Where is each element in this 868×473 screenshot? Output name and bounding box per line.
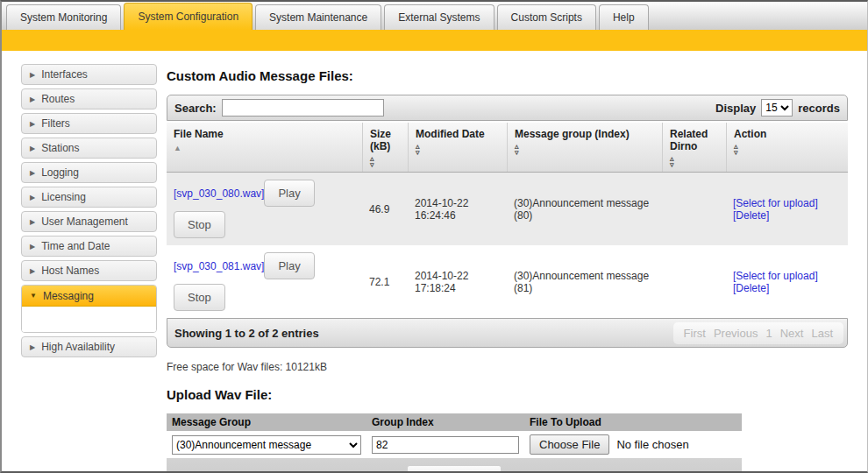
chevron-right-icon: ▶ (30, 145, 35, 152)
sidebar-item-licensing[interactable]: ▶ Licensing (21, 187, 157, 208)
sidebar-item-logging[interactable]: ▶ Logging (21, 162, 157, 183)
delete-link[interactable]: [Delete] (733, 209, 769, 222)
play-button[interactable]: Play (264, 180, 314, 207)
sidebar-item-label: Time and Date (41, 240, 110, 252)
sort-ascending-icon: ▲ (174, 144, 355, 152)
main-panel: Custom Audio Message Files: Search: Disp… (167, 68, 848, 473)
column-header-message-group[interactable]: Message group (Index) ▵▿ (507, 123, 662, 172)
messaging-submenu-panel (22, 307, 156, 332)
pagination-next[interactable]: Next (780, 327, 804, 340)
sidebar-item-interfaces[interactable]: ▶ Interfaces (21, 64, 157, 85)
sidebar-group-messaging: ▼ Messaging (21, 285, 157, 333)
tab-help[interactable]: Help (599, 4, 649, 30)
tab-system-configuration[interactable]: System Configuration (124, 3, 253, 30)
upload-input-row: (30)Announcement message Choose File No … (167, 431, 742, 458)
free-space-info: Free space for Wav files: 10121kB (167, 361, 848, 373)
sidebar-item-label: Filters (41, 117, 70, 130)
sidebar-item-routes[interactable]: ▶ Routes (21, 88, 157, 109)
table-footer: Showing 1 to 2 of 2 entries First Previo… (167, 318, 848, 348)
tab-system-maintenance[interactable]: System Maintenance (255, 4, 381, 30)
sidebar-item-host-names[interactable]: ▶ Host Names (21, 260, 157, 281)
column-header-related-dirno[interactable]: Related Dirno ▵▿ (662, 123, 726, 172)
sidebar-item-user-management[interactable]: ▶ User Management (21, 211, 157, 232)
upload-section-title: Upload Wav File: (167, 387, 848, 402)
upload-column-group-index: Group Index (366, 413, 524, 431)
sidebar-item-label: User Management (41, 215, 128, 228)
message-group-select[interactable]: (30)Announcement message (172, 435, 361, 455)
play-button[interactable]: Play (264, 252, 314, 279)
choose-file-button[interactable]: Choose File (530, 434, 609, 455)
column-header-action[interactable]: Action ▵▿ (726, 123, 848, 172)
table-row: [svp_030_080.wav] Play Stop 46.9 2014-10… (167, 173, 848, 245)
tab-custom-scripts[interactable]: Custom Scripts (497, 4, 596, 30)
message-group-cell: (30)Announcement message (81) (507, 245, 662, 318)
related-dirno-cell (662, 245, 726, 318)
sidebar-item-stations[interactable]: ▶ Stations (21, 138, 157, 159)
sort-icon: ▵▿ (416, 144, 500, 156)
top-tab-bar: System Monitoring System Configuration S… (2, 2, 867, 30)
sidebar: ▶ Interfaces ▶ Routes ▶ Filters ▶ Statio… (21, 64, 157, 361)
column-header-file-name[interactable]: File Name ▲ (167, 123, 362, 172)
search-input[interactable] (222, 99, 384, 116)
sidebar-item-messaging[interactable]: ▼ Messaging (22, 286, 156, 307)
sidebar-item-label: Routes (41, 93, 75, 105)
sidebar-item-filters[interactable]: ▶ Filters (21, 113, 157, 134)
select-for-upload-link[interactable]: [Select for upload] (733, 270, 818, 282)
modified-date-cell: 2014-10-22 16:24:46 (408, 173, 507, 245)
upload-form: Message Group Group Index File To Upload… (167, 413, 742, 473)
table-toolbar: Search: Display 15 records (167, 95, 848, 121)
sidebar-item-label: High Availability (41, 341, 115, 353)
stop-button[interactable]: Stop (174, 211, 225, 238)
app-window: System Monitoring System Configuration S… (0, 0, 868, 473)
delete-link[interactable]: [Delete] (733, 282, 769, 294)
pagination-first[interactable]: First (684, 327, 706, 340)
chevron-right-icon: ▶ (30, 267, 35, 275)
related-dirno-cell (662, 173, 726, 245)
sidebar-item-label: Host Names (41, 265, 99, 277)
chevron-right-icon: ▶ (30, 194, 35, 201)
wav-file-link[interactable]: [svp_030_080.wav] (174, 187, 264, 200)
entries-info: Showing 1 to 2 of 2 entries (174, 327, 319, 340)
chevron-right-icon: ▶ (30, 71, 35, 79)
pagination-previous[interactable]: Previous (714, 327, 758, 340)
column-header-size[interactable]: Size (kB) ▵▿ (362, 123, 408, 172)
upload-footer: Upload (167, 458, 742, 473)
no-file-chosen-label: No file chosen (616, 438, 688, 451)
stop-button[interactable]: Stop (174, 284, 225, 311)
chevron-right-icon: ▶ (30, 120, 35, 128)
size-cell: 46.9 (362, 173, 408, 245)
records-label: records (798, 102, 840, 115)
pagination-last[interactable]: Last (811, 327, 833, 340)
sidebar-item-label: Logging (41, 166, 79, 179)
pagination-page-1[interactable]: 1 (765, 327, 772, 340)
sidebar-item-high-availability[interactable]: ▶ High Availability (21, 336, 157, 357)
sort-icon: ▵▿ (370, 156, 401, 168)
select-for-upload-link[interactable]: [Select for upload] (733, 197, 818, 209)
upload-button[interactable]: Upload (407, 465, 501, 473)
table-header-row: File Name ▲ Size (kB) ▵▿ Modified Date ▵… (167, 123, 848, 173)
sidebar-item-label: Interfaces (41, 68, 88, 81)
group-index-input[interactable] (372, 436, 519, 454)
upload-column-file-to-upload: File To Upload (524, 413, 742, 431)
chevron-right-icon: ▶ (30, 95, 35, 103)
records-per-page-select[interactable]: 15 (761, 99, 793, 116)
size-cell: 72.1 (362, 245, 408, 318)
chevron-right-icon: ▶ (30, 169, 35, 177)
column-header-modified-date[interactable]: Modified Date ▵▿ (408, 123, 507, 172)
chevron-right-icon: ▶ (30, 243, 35, 251)
chevron-down-icon: ▼ (30, 292, 37, 300)
table-row: [svp_030_081.wav] Play Stop 72.1 2014-10… (167, 245, 848, 318)
wav-file-link[interactable]: [svp_030_081.wav] (174, 260, 264, 272)
pagination: First Previous 1 Next Last (673, 322, 843, 344)
upload-column-message-group: Message Group (167, 413, 366, 431)
sidebar-item-label: Licensing (41, 191, 86, 203)
tab-external-systems[interactable]: External Systems (384, 4, 494, 30)
modified-date-cell: 2014-10-22 17:18:24 (408, 245, 507, 318)
tab-system-monitoring[interactable]: System Monitoring (6, 4, 121, 30)
sort-icon: ▵▿ (670, 156, 719, 168)
page-title: Custom Audio Message Files: (167, 68, 848, 83)
message-group-cell: (30)Announcement message (80) (507, 173, 662, 245)
chevron-right-icon: ▶ (30, 218, 35, 226)
sidebar-item-label: Stations (41, 142, 79, 154)
sidebar-item-time-and-date[interactable]: ▶ Time and Date (21, 236, 157, 257)
